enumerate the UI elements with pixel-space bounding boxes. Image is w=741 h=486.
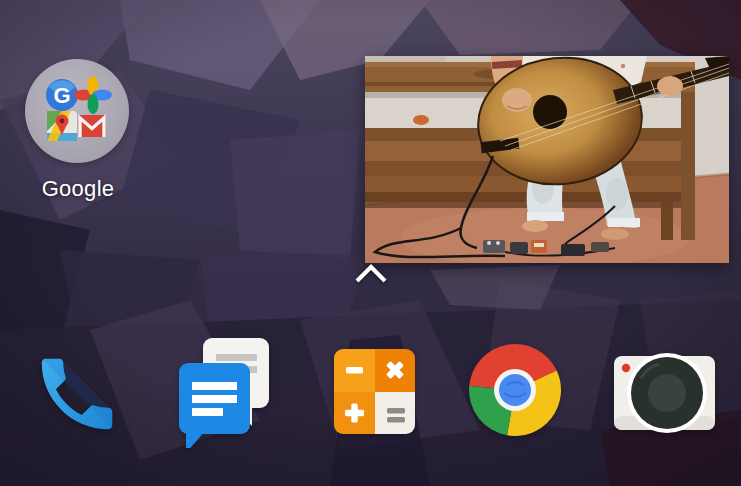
phone-icon[interactable] bbox=[30, 345, 124, 443]
folder-disc: G bbox=[25, 59, 129, 163]
gmail-icon bbox=[78, 115, 106, 137]
photos-icon bbox=[74, 76, 112, 114]
google-folder[interactable]: G bbox=[25, 59, 131, 202]
camera-icon[interactable] bbox=[611, 350, 717, 434]
guitar-video-frame bbox=[365, 56, 729, 263]
google-g-icon: G bbox=[46, 79, 78, 111]
folder-preview-icons: G bbox=[25, 59, 129, 163]
blue-chat-bubble bbox=[179, 363, 250, 448]
android-home-screen: G bbox=[0, 0, 741, 486]
messenger-icon[interactable] bbox=[179, 336, 271, 448]
calculator-icon[interactable] bbox=[334, 349, 415, 434]
folder-label: Google bbox=[25, 176, 131, 202]
svg-text:G: G bbox=[53, 83, 70, 108]
maps-icon bbox=[47, 111, 77, 141]
chrome-icon[interactable] bbox=[468, 343, 562, 437]
chevron-up-icon[interactable] bbox=[353, 262, 389, 288]
video-pip-window[interactable] bbox=[365, 56, 729, 263]
